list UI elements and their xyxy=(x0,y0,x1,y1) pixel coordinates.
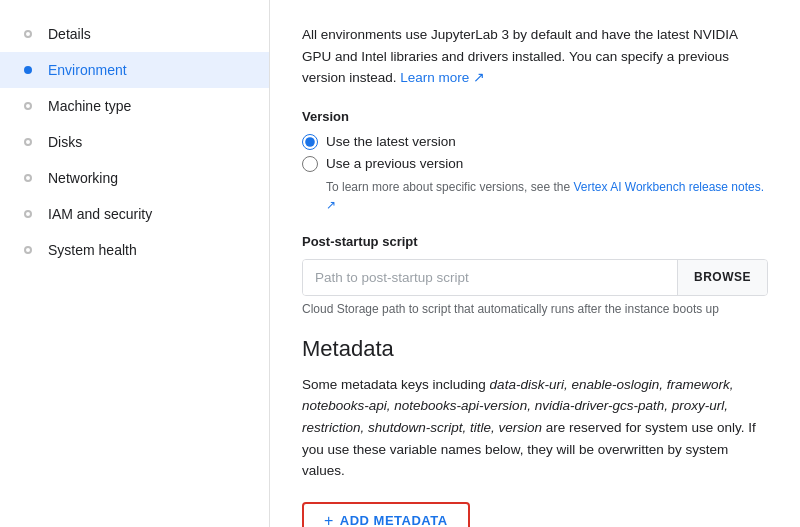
main-content: All environments use JupyterLab 3 by def… xyxy=(270,0,800,527)
version-hint: To learn more about specific versions, s… xyxy=(326,178,768,214)
version-previous-label: Use a previous version xyxy=(326,156,463,171)
iam-dot xyxy=(24,210,32,218)
post-startup-label: Post-startup script xyxy=(302,234,768,249)
button-row: + ADD METADATA xyxy=(302,502,768,527)
sidebar: Details Environment Machine type Disks N… xyxy=(0,0,270,527)
plus-icon: + xyxy=(324,512,334,527)
version-section: Version Use the latest version Use a pre… xyxy=(302,109,768,214)
sidebar-item-label: IAM and security xyxy=(48,206,152,222)
sidebar-item-details[interactable]: Details xyxy=(0,16,269,52)
system-health-dot xyxy=(24,246,32,254)
sidebar-item-label: Networking xyxy=(48,170,118,186)
version-option-previous[interactable]: Use a previous version xyxy=(302,156,768,172)
add-metadata-button[interactable]: + ADD METADATA xyxy=(302,502,470,527)
sidebar-item-machine-type[interactable]: Machine type xyxy=(0,88,269,124)
sidebar-item-networking[interactable]: Networking xyxy=(0,160,269,196)
sidebar-item-iam-security[interactable]: IAM and security xyxy=(0,196,269,232)
disks-dot xyxy=(24,138,32,146)
post-startup-section: Post-startup script BROWSE Cloud Storage… xyxy=(302,234,768,316)
sidebar-item-label: Details xyxy=(48,26,91,42)
sidebar-item-label: Environment xyxy=(48,62,127,78)
version-latest-radio[interactable] xyxy=(302,134,318,150)
environment-dot xyxy=(24,66,32,74)
metadata-title: Metadata xyxy=(302,336,768,362)
learn-more-link[interactable]: Learn more ↗ xyxy=(400,70,485,85)
metadata-section: Metadata Some metadata keys including da… xyxy=(302,336,768,527)
intro-text: All environments use JupyterLab 3 by def… xyxy=(302,24,768,89)
sidebar-item-label: Disks xyxy=(48,134,82,150)
version-label: Version xyxy=(302,109,768,124)
sidebar-item-label: System health xyxy=(48,242,137,258)
post-startup-input[interactable] xyxy=(303,260,677,295)
details-dot xyxy=(24,30,32,38)
post-startup-hint: Cloud Storage path to script that automa… xyxy=(302,302,768,316)
sidebar-item-label: Machine type xyxy=(48,98,131,114)
sidebar-item-environment[interactable]: Environment xyxy=(0,52,269,88)
post-startup-input-group: BROWSE xyxy=(302,259,768,296)
machine-type-dot xyxy=(24,102,32,110)
metadata-description: Some metadata keys including data-disk-u… xyxy=(302,374,768,482)
version-option-latest[interactable]: Use the latest version xyxy=(302,134,768,150)
networking-dot xyxy=(24,174,32,182)
browse-button[interactable]: BROWSE xyxy=(677,260,767,295)
sidebar-item-disks[interactable]: Disks xyxy=(0,124,269,160)
version-latest-label: Use the latest version xyxy=(326,134,456,149)
version-previous-radio[interactable] xyxy=(302,156,318,172)
sidebar-item-system-health[interactable]: System health xyxy=(0,232,269,268)
